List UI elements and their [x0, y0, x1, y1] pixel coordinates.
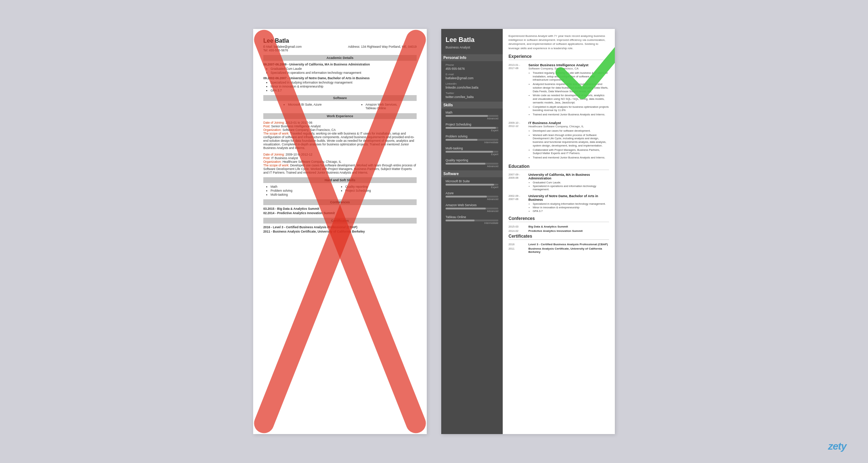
education-section: 2007-09 -2009-06 University of Californi… [509, 173, 609, 213]
conf-section-title: Conferences [263, 199, 417, 205]
skill-item: Quality reporting [345, 185, 417, 188]
software-item: Azure Advanced [446, 191, 498, 200]
software-bar-bg [446, 196, 498, 197]
cert-entry-1: 2016 - Level 3 - Certified Business Anal… [263, 225, 417, 229]
software-level: Intermediate [446, 222, 498, 224]
conf-name: Predictive Analytics Innovation Summit [528, 229, 583, 233]
tel-value: 455-555-5676 [269, 48, 288, 52]
software-name: Amazon Web Services [446, 203, 498, 207]
software-level: Advanced [446, 210, 498, 212]
skill-level: Intermediate [446, 141, 498, 144]
skills-list: Math Problem solving Multi-tasking Quali… [271, 185, 417, 196]
address-label: Address: [348, 45, 360, 48]
email-value: batlalee@gmail.com [274, 45, 302, 48]
skill-name: Problem solving [446, 135, 498, 138]
conf-date: 2015-03 [509, 225, 528, 228]
skill-level: Expert [446, 129, 498, 132]
cert-year: 2011 [509, 247, 528, 254]
exp-company: Software Company, San Francisco, CA [528, 67, 609, 70]
twitter-value: twitter.com/lee_balta [446, 95, 498, 99]
edu-bullet: Specialized in studying information tech… [271, 81, 417, 84]
edu-degree: University of Notre Dame, Bachelor of Ar… [528, 194, 609, 201]
skill-item: Math [271, 185, 342, 188]
edu-dates: 2007-09 -2009-06 [509, 173, 528, 191]
linkedin-label: LinkedIn [446, 82, 498, 85]
conf-entry: 2015-03 Big Data & Analytics Summit [509, 225, 609, 228]
certificates-title: Certificates [509, 234, 609, 240]
cert-name: Business Analysis Certificate, Universit… [528, 247, 609, 254]
cert-entry: 2016 Level 3 - Certified Business Analys… [509, 243, 609, 246]
exp-title: IT Business Analyst [528, 121, 609, 125]
work-entry-1: Date of Joining: 2013-01 to 2017-06 Post… [263, 121, 417, 150]
software-item: Microsoft BI Suite, Azure [288, 103, 322, 106]
left-name: Lee Batla [263, 38, 417, 44]
software-section-title: Software [263, 95, 417, 101]
software-bar-bg [446, 208, 498, 209]
cert-entry-2: 2011 - Business Analysis Certificate, Un… [263, 230, 417, 233]
twitter-label: Twitter [446, 92, 498, 95]
software-bar-fill [446, 184, 494, 186]
conferences-section: 2015-03 Big Data & Analytics Summit 2014… [509, 225, 609, 233]
software-bar-bg [446, 220, 498, 221]
edu-bullet: Graduated Cum Laude [271, 67, 417, 71]
skill-item: Quality reporting Advanced [446, 158, 498, 167]
software-bar-fill [446, 208, 486, 209]
certificates-section: 2016 Level 3 - Certified Business Analys… [509, 243, 609, 254]
software-bar-fill [446, 220, 475, 221]
edu-entry-2: 09.2002-06.2007 - University of Notre Da… [263, 76, 417, 92]
skill-bar-bg [446, 139, 498, 141]
exp-bullet: Collaborated with Project Managers, Busi… [533, 148, 609, 156]
edu-bullet: Graduated Cum Laude. [533, 181, 609, 184]
right-title: Business Analyst [446, 46, 498, 49]
edu-degree: University of California, MA in Business… [528, 173, 609, 180]
personal-info-title: Personal Info [441, 54, 503, 61]
date-label: Date of Joining: [263, 153, 285, 156]
skill-item: Problem solving [271, 189, 342, 192]
academic-section-title: Academic Details [263, 55, 417, 61]
software-item: Amazon Web Services Advanced [446, 203, 498, 212]
left-contact-right: Address: 134 Rightward Way Portland, ME,… [348, 45, 417, 52]
tel-label: Tel: [263, 48, 268, 52]
address-value: 134 Rightward Way Portland, ME, 04019 [361, 45, 417, 48]
skill-bar-fill [446, 163, 485, 165]
summary: Experienced Business Analyst with 7+ yea… [509, 34, 609, 50]
exp-bullet: Traveled regularly, working on-site with… [533, 71, 609, 82]
skill-bar-fill [446, 139, 477, 141]
exp-body: IT Business Analyst Healthcare Software … [528, 121, 609, 160]
skill-bar-bg [446, 127, 498, 129]
cert-section-title: Certificates [263, 218, 417, 224]
edu-entry: 2007-09 -2009-06 University of Californi… [509, 173, 609, 191]
right-resume: Lee Batla Business Analyst Personal Info… [441, 29, 615, 434]
zety-watermark: zety [828, 441, 846, 452]
exp-bullet: Wrote code as needed for development of … [533, 94, 609, 104]
exp-bullet: Developed use cases for software develop… [533, 129, 609, 133]
skill-bar-bg [446, 115, 498, 117]
edu-bullet: Minor in innovation & entrepreneurship [271, 85, 417, 88]
skill-item: Project Scheduling [345, 189, 417, 192]
right-main: Experienced Business Analyst with 7+ yea… [503, 29, 615, 434]
date-label: Date of Joining: [263, 121, 285, 124]
skills-bars: Math Advanced Project Scheduling Expert … [446, 111, 498, 167]
software-item: Microsoft BI Suite Expert [446, 179, 498, 188]
software-level: Advanced [446, 198, 498, 200]
skill-item: Multi-tasking [271, 193, 342, 196]
exp-bullet: Analyzed business requirements and provi… [533, 82, 609, 93]
skill-level: Expert [446, 153, 498, 156]
experience-section: 2013-01 -2017-06 Senior Business Intelli… [509, 63, 609, 160]
skill-bar-bg [446, 163, 498, 165]
skill-level: Advanced [446, 165, 498, 167]
right-sidebar: Lee Batla Business Analyst Personal Info… [441, 29, 503, 434]
skill-bar-fill [446, 151, 493, 153]
phone-label: Phone [446, 63, 498, 67]
cert-entry: 2011 Business Analysis Certificate, Univ… [509, 247, 609, 254]
org-label: Organization: [263, 128, 282, 132]
conf-entry: 2014-02 Predictive Analytics Innovation … [509, 229, 609, 233]
post-label: Post: [263, 156, 270, 160]
edu-bullet: GPA 3.7 [271, 89, 417, 92]
email-label: E-Mail: [263, 45, 273, 48]
exp-dates: 2013-01 -2017-06 [509, 63, 528, 117]
cert-year: 2016 [509, 243, 528, 246]
edu-bullet: Minor in innovation & entrepreneurship [533, 206, 609, 209]
exp-bullet: Trained and mentored Junior Business Ana… [533, 156, 609, 160]
exp-entry: 2013-01 -2017-06 Senior Business Intelli… [509, 63, 609, 117]
